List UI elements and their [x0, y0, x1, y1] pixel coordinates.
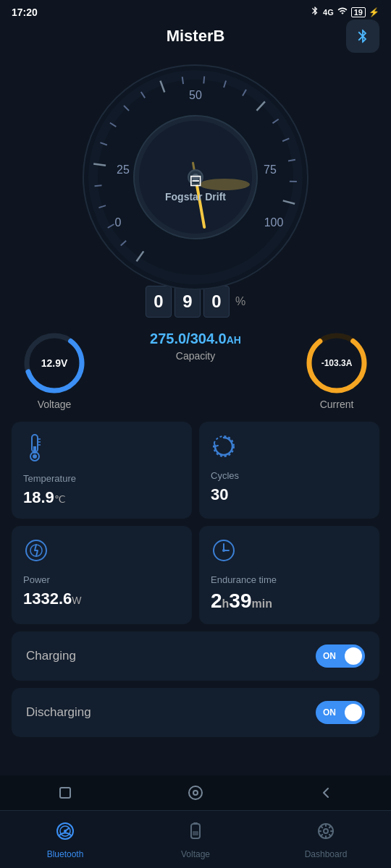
endurance-icon	[211, 537, 368, 569]
temperature-title: Temperature	[23, 473, 180, 484]
svg-point-31	[199, 179, 250, 190]
voltage-gauge: 12.9V	[22, 331, 87, 396]
charging-row: Charging ON	[12, 631, 379, 681]
gauge-container: 0 25 50 75 100	[80, 61, 311, 293]
gauge-section: 0 25 50 75 100	[0, 54, 391, 323]
cycles-icon	[211, 433, 368, 464]
nav-bluetooth[interactable]: Bluetooth	[0, 821, 130, 859]
charging-label: Charging	[26, 649, 76, 663]
nav-voltage-icon	[185, 821, 206, 846]
voltage-label: Voltage	[38, 399, 72, 410]
power-title: Power	[23, 574, 180, 585]
status-time: 17:20	[12, 7, 38, 18]
bluetooth-button[interactable]	[346, 20, 379, 53]
nav-bluetooth-label: Bluetooth	[47, 849, 84, 859]
signal-icon	[337, 6, 348, 18]
voltage-value: 12.9V	[41, 357, 68, 369]
cycles-title: Cycles	[211, 470, 368, 481]
svg-text:⊟: ⊟	[189, 171, 202, 190]
nav-voltage-label: Voltage	[181, 849, 210, 859]
svg-point-44	[33, 454, 37, 459]
power-value: 1332.6W	[23, 590, 180, 608]
network-icon: 4G	[323, 8, 334, 17]
svg-point-57	[189, 786, 202, 799]
temperature-card: Temperature 18.9℃	[12, 422, 192, 519]
svg-text:Fogstar Drift: Fogstar Drift	[165, 191, 226, 203]
status-bar: 17:20 4G 19 ⚡	[0, 0, 391, 21]
metrics-row: 12.9V Voltage 275.0/304.0AH Capacity -10…	[0, 323, 391, 422]
toggle-section: Charging ON Discharging ON	[0, 631, 391, 744]
current-label: Current	[320, 399, 354, 410]
current-metric: -103.3A Current	[297, 331, 377, 410]
page-title: MisterB	[167, 27, 225, 46]
svg-point-62	[64, 830, 67, 833]
endurance-value: 2h39min	[211, 590, 368, 613]
bluetooth-status-icon	[310, 6, 320, 18]
power-icon	[23, 537, 180, 569]
discharging-label: Discharging	[26, 705, 91, 720]
svg-point-55	[222, 549, 225, 552]
battery-icon: 19	[351, 7, 366, 17]
power-card: Power 1332.6W	[12, 526, 192, 624]
current-value: -103.3A	[321, 358, 353, 368]
nav-voltage[interactable]: Voltage	[130, 821, 261, 859]
svg-line-15	[203, 77, 204, 84]
svg-rect-64	[193, 822, 198, 825]
endurance-card: Endurance time 2h39min	[199, 526, 379, 624]
capacity-label: Capacity	[176, 350, 215, 362]
svg-line-72	[321, 826, 322, 827]
svg-text:75: 75	[264, 163, 277, 176]
svg-line-7	[95, 185, 102, 186]
nav-dashboard-icon	[316, 821, 336, 846]
bottom-nav: Bluetooth Voltage	[0, 810, 391, 868]
svg-text:25: 25	[117, 163, 130, 176]
square-button[interactable]	[56, 784, 74, 801]
svg-rect-65	[193, 831, 198, 835]
cycles-card: Cycles 30	[199, 422, 379, 519]
discharging-row: Discharging ON	[12, 688, 379, 737]
temperature-icon	[23, 433, 180, 467]
charging-icon: ⚡	[369, 7, 379, 17]
svg-line-74	[321, 835, 322, 836]
svg-rect-56	[60, 788, 70, 798]
discharging-thumb	[345, 704, 362, 721]
endurance-title: Endurance time	[211, 574, 368, 585]
back-button[interactable]	[317, 784, 335, 801]
status-icons: 4G 19 ⚡	[310, 6, 379, 18]
home-button[interactable]	[187, 784, 204, 801]
charging-thumb	[345, 647, 362, 665]
percent-sign: %	[235, 295, 245, 308]
nav-bluetooth-icon	[55, 821, 75, 846]
svg-text:50: 50	[189, 89, 202, 101]
svg-point-67	[324, 829, 328, 833]
capacity-value: 275.0/304.0AH	[150, 331, 241, 347]
svg-line-73	[329, 835, 331, 836]
svg-point-58	[193, 791, 198, 795]
current-gauge: -103.3A	[304, 331, 369, 396]
svg-line-75	[329, 826, 331, 827]
android-nav	[0, 775, 391, 810]
nav-dashboard[interactable]: Dashboard	[261, 821, 391, 859]
nav-dashboard-label: Dashboard	[305, 849, 348, 859]
cycles-value: 30	[211, 485, 368, 504]
gauge-svg: 0 25 50 75 100	[80, 61, 311, 293]
svg-line-14	[182, 77, 183, 84]
svg-rect-45	[33, 446, 36, 454]
voltage-metric: 12.9V Voltage	[14, 331, 94, 410]
temperature-value: 18.9℃	[23, 488, 180, 507]
stats-grid: Temperature 18.9℃ Cycles 30 Power	[0, 422, 391, 631]
discharging-toggle[interactable]: ON	[316, 701, 365, 724]
capacity-metric: 275.0/304.0AH Capacity	[94, 331, 297, 362]
header: MisterB	[0, 21, 391, 54]
svg-text:0: 0	[115, 216, 122, 229]
charging-toggle[interactable]: ON	[316, 644, 365, 668]
svg-text:100: 100	[264, 216, 284, 229]
